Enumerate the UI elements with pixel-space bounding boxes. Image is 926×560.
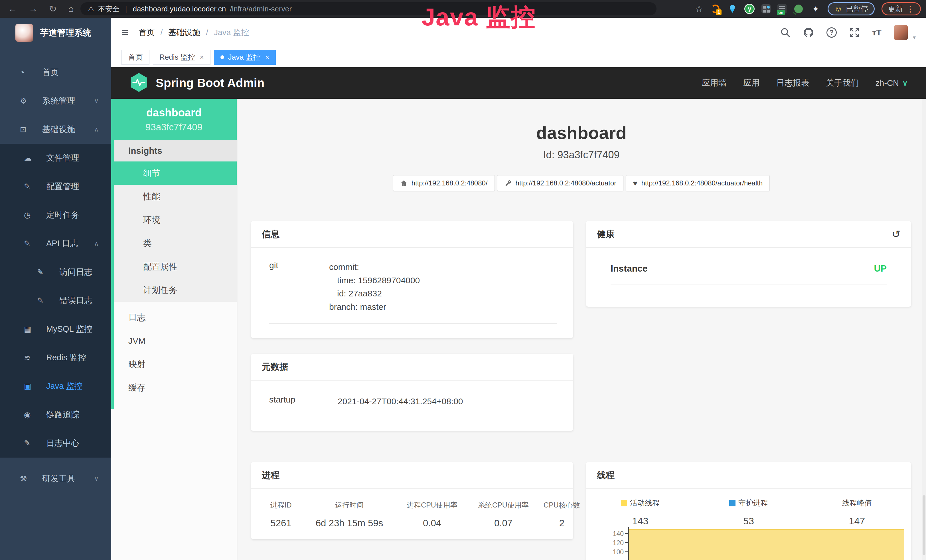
extensions-puzzle-icon[interactable]: ✦ [811, 4, 821, 14]
github-icon[interactable] [803, 27, 814, 38]
sidebar-item-system[interactable]: ⚙ 系统管理 ∨ [0, 87, 111, 115]
bookmark-star-icon[interactable]: ☆ [695, 3, 703, 15]
sba-item-metrics[interactable]: 性能 [111, 185, 237, 208]
app-title: 芋道管理系统 [40, 27, 91, 39]
admin-sidebar: 芋道管理系统 ◔ 首页 ⚙ 系统管理 ∨ ⊡ 基础设施 ∧ ☁ 文件管理 [0, 18, 111, 560]
sidebar-item-error-log[interactable]: ✎ 错误日志 [0, 286, 111, 315]
sidebar-item-java-monitor[interactable]: ▣ Java 监控 [0, 372, 111, 401]
actuator-url-button[interactable]: http://192.168.0.2:48080/actuator [497, 175, 624, 191]
search-icon[interactable] [780, 27, 791, 38]
sidebar-item-infra[interactable]: ⊡ 基础设施 ∧ [0, 115, 111, 144]
extension-switch-icon[interactable]: on [778, 4, 787, 14]
service-url-button[interactable]: http://192.168.0.2:48080/ [393, 175, 495, 191]
breadcrumb-infra[interactable]: 基础设施 [168, 27, 200, 38]
extension-leaf-icon[interactable] [793, 4, 803, 14]
heart-icon: ♥ [633, 179, 637, 188]
annotation-java-monitor: Java 监控 [422, 1, 536, 34]
tools-icon: ⚒ [20, 474, 33, 483]
sidebar-item-api-log[interactable]: ✎ API 日志 ∧ [0, 229, 111, 258]
sba-language-select[interactable]: zh-CN ∨ [876, 79, 908, 88]
clock-icon: ◷ [24, 210, 36, 219]
close-icon[interactable]: × [265, 53, 269, 61]
url-host[interactable]: dashboard.yudao.iocoder.cn [133, 5, 226, 14]
cloud-icon: ☁ [24, 153, 36, 163]
chevron-up-icon: ∧ [94, 240, 99, 247]
sidebar-item-log-center[interactable]: ✎ 日志中心 [0, 429, 111, 458]
instance-id: 93a3fc7f7409 [145, 122, 203, 133]
security-label[interactable]: 不安全 [98, 4, 120, 14]
sba-item-environment[interactable]: 环境 [111, 208, 237, 232]
sba-logo-icon [130, 73, 148, 94]
sba-nav-journal[interactable]: 日志报表 [776, 77, 809, 89]
tab-java-monitor[interactable]: Java 监控 × [214, 50, 276, 65]
browser-menu-icon[interactable]: ⋮ [906, 4, 914, 14]
sba-item-logs[interactable]: 日志 [111, 306, 237, 329]
sidebar-item-tracing[interactable]: ◉ 链路追踪 [0, 401, 111, 429]
sba-item-config-props[interactable]: 配置属性 [111, 255, 237, 278]
instance-name: dashboard [146, 107, 202, 119]
help-icon[interactable]: ? [826, 27, 837, 38]
process-table: 进程ID 运行时间 进程CPU使用率 系统CPU使用率 CPU核心数 5261 … [260, 500, 567, 529]
sba-sidebar-scroll-thumb[interactable] [111, 99, 114, 409]
health-instance-row[interactable]: Instance UP [611, 263, 887, 285]
home-icon[interactable]: ⌂ [68, 3, 74, 14]
home-icon [400, 179, 407, 187]
sba-instance-header[interactable]: dashboard 93a3fc7f7409 [111, 99, 237, 140]
sba-item-details[interactable]: 细节 [111, 162, 237, 185]
health-card-title: 健康 [597, 228, 614, 240]
extension-grid-icon[interactable] [761, 4, 770, 14]
sidebar-item-home[interactable]: ◔ 首页 [0, 58, 111, 87]
user-avatar[interactable] [894, 25, 908, 40]
edit-icon: ✎ [24, 439, 36, 448]
tab-redis-monitor[interactable]: Redis 监控 × [153, 50, 210, 65]
browser-extensions: ☆ 1 y on ✦ ☺ 已暂停 更新 ⋮ [695, 0, 921, 18]
sidebar-item-file-manage[interactable]: ☁ 文件管理 [0, 144, 111, 172]
avatar-caret-icon[interactable]: ▾ [913, 34, 916, 41]
chevron-down-icon: ∨ [94, 475, 99, 483]
history-icon[interactable]: ↺ [892, 228, 900, 240]
sidebar-item-dev-tools[interactable]: ⚒ 研发工具 ∨ [0, 465, 111, 493]
url-path[interactable]: /infra/admin-server [230, 5, 292, 14]
info-card-title: 信息 [251, 221, 573, 248]
sidebar-item-access-log[interactable]: ✎ 访问日志 [0, 258, 111, 286]
profile-paused-chip[interactable]: ☺ 已暂停 [828, 2, 875, 15]
git-row: git commit: time: 1596289704000 id: 27aa… [269, 260, 557, 324]
sidebar-item-redis-monitor[interactable]: ≋ Redis 监控 [0, 344, 111, 372]
scrollbar-thumb[interactable] [923, 495, 925, 555]
sba-item-jvm[interactable]: JVM [111, 329, 237, 353]
extension-colorzilla-icon[interactable]: 1 [710, 4, 720, 14]
screen-icon: ▣ [24, 382, 36, 391]
browser-update-button[interactable]: 更新 ⋮ [882, 2, 921, 15]
extension-green-y-icon[interactable]: y [744, 4, 755, 14]
sidebar-item-mysql-monitor[interactable]: ▦ MySQL 监控 [0, 315, 111, 344]
sba-brand[interactable]: Spring Boot Admin [156, 76, 264, 90]
extension-pin-icon[interactable] [727, 4, 737, 14]
health-url-button[interactable]: ♥ http://192.168.0.2:48080/actuator/heal… [626, 175, 770, 191]
sba-section-insights: Insights [111, 140, 237, 162]
font-size-icon[interactable]: тT [872, 28, 882, 37]
sba-item-mappings[interactable]: 映射 [111, 353, 237, 376]
hamburger-icon[interactable]: ≡ [121, 27, 129, 38]
sba-nav-about[interactable]: 关于我们 [826, 77, 859, 89]
sba-item-caches[interactable]: 缓存 [111, 376, 237, 400]
url-divider: | [125, 5, 127, 14]
page-scrollbar[interactable] [922, 99, 926, 560]
chevron-down-icon: ∨ [902, 79, 908, 88]
reload-icon[interactable]: ↻ [49, 3, 57, 14]
sba-nav-wallboard[interactable]: 应用墙 [702, 77, 727, 89]
browser-nav: ← → ↻ ⌂ [0, 3, 74, 14]
gear-icon: ⚙ [20, 97, 33, 106]
back-icon[interactable]: ← [8, 3, 17, 14]
close-icon[interactable]: × [200, 53, 204, 61]
dashboard-icon: ◔ [20, 68, 33, 77]
forward-icon[interactable]: → [29, 3, 38, 14]
sidebar-item-scheduled-jobs[interactable]: ◷ 定时任务 [0, 201, 111, 229]
sidebar-item-config-manage[interactable]: ✎ 配置管理 [0, 172, 111, 201]
tab-home[interactable]: 首页 [121, 50, 150, 65]
fullscreen-icon[interactable] [849, 27, 859, 38]
breadcrumb-home[interactable]: 首页 [139, 27, 155, 38]
sba-nav-applications[interactable]: 应用 [743, 77, 760, 89]
sba-item-scheduled-tasks[interactable]: 计划任务 [111, 278, 237, 302]
sba-item-classes[interactable]: 类 [111, 232, 237, 255]
address-bar[interactable]: ⚠ 不安全 | dashboard.yudao.iocoder.cn /infr… [80, 2, 657, 15]
